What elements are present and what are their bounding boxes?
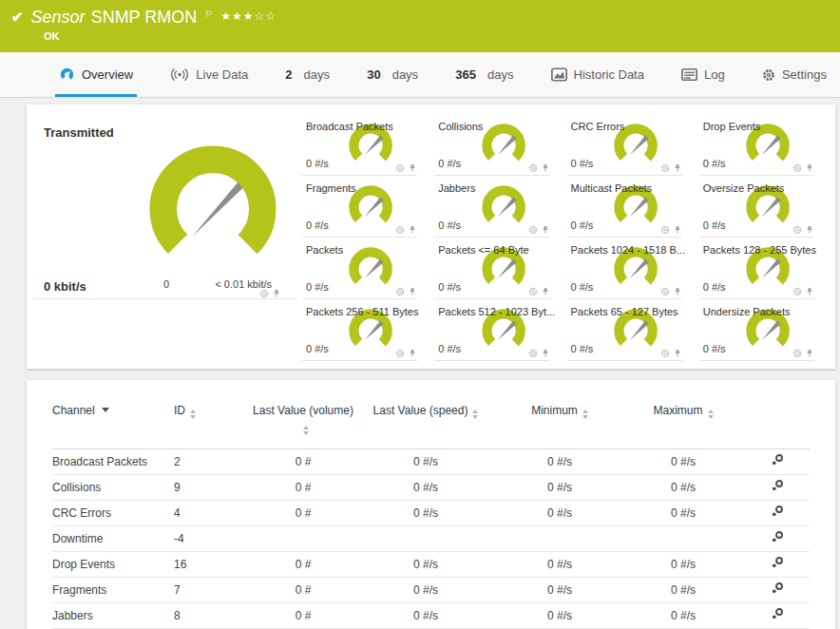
tab-overview-label: Overview (82, 67, 133, 82)
tab-overview[interactable]: Overview (55, 52, 137, 97)
gauge-pin-icon[interactable] (541, 349, 550, 358)
table-row-jabbers: Jabbers 8 0 # 0 #/s 0 #/s 0 #/s (52, 602, 810, 628)
gauge-pin-icon[interactable] (408, 287, 417, 296)
gauge-gear-icon[interactable] (528, 287, 538, 296)
channel-settings-icon[interactable] (771, 479, 784, 492)
tab-live-data[interactable]: Live Data (166, 52, 252, 97)
channel-settings-icon[interactable] (771, 530, 784, 543)
gauge-pin-icon[interactable] (673, 287, 682, 296)
gauge-pin-icon[interactable] (673, 163, 682, 173)
gauge-cell-crc-errors[interactable]: CRC Errors 0 #/s (567, 114, 682, 176)
gauge-value: 0 #/s (703, 219, 726, 231)
gauge-pin-icon[interactable] (805, 349, 814, 358)
tab-365-days[interactable]: 365 days (451, 52, 517, 97)
gauge-gear-icon[interactable] (792, 349, 802, 358)
cell-volume (252, 525, 354, 551)
gauge-gear-icon[interactable] (528, 163, 538, 173)
gauge-cell-collisions[interactable]: Collisions 0 #/s (434, 114, 549, 176)
gauge-cell-packets-1024-1518[interactable]: Packets 1024 - 1518 B... 0 #/s (567, 238, 682, 299)
channel-settings-icon[interactable] (771, 556, 784, 569)
table-row-drop-events: Drop Events 16 0 # 0 #/s 0 #/s 0 #/s (52, 551, 810, 577)
flag-icon[interactable]: ⚐ (204, 9, 213, 20)
tab-2-days-unit: days (304, 67, 330, 82)
priority-stars[interactable]: ★★★☆☆ (220, 10, 277, 23)
tab-2-days[interactable]: 2 days (281, 52, 334, 97)
col-header-id[interactable]: ID (174, 403, 252, 448)
gauge-pin-icon[interactable] (408, 349, 417, 358)
gauge-gear-icon[interactable] (528, 225, 538, 235)
gauge-title: Packets 256 - 511 Bytes (306, 306, 418, 317)
empty-cell (27, 299, 296, 361)
gauge-cell-packets-512-1023[interactable]: Packets 512 - 1023 Byt... 0 #/s (434, 299, 549, 361)
channel-settings-icon[interactable] (771, 607, 784, 620)
gauge-cell-packets-128-255[interactable]: Packets 128 - 255 Bytes 0 #/s (699, 238, 814, 299)
gauge-pin-icon[interactable] (272, 289, 281, 298)
gauge-gear-icon[interactable] (395, 225, 405, 235)
cell-minimum: 0 #/s (497, 500, 622, 525)
gauge-cell-multicast-packets[interactable]: Multicast Packets 0 #/s (567, 176, 682, 238)
cell-maximum: 0 #/s (622, 551, 744, 577)
col-header-maximum[interactable]: Maximum (622, 403, 744, 448)
channel-settings-icon[interactable] (771, 581, 784, 595)
sensor-title-row: ✔ Sensor SNMP RMON ⚐ ★★★☆☆ (0, 0, 840, 27)
gauge-value: 0 #/s (571, 219, 594, 231)
gauge-pin-icon[interactable] (805, 225, 814, 235)
cell-speed: 0 #/s (354, 500, 497, 525)
gauge-gear-icon[interactable] (792, 163, 802, 173)
gauge-gear-icon[interactable] (259, 289, 269, 298)
gauge-icon (59, 67, 75, 82)
gauge-cell-packets[interactable]: Packets 0 #/s (302, 238, 417, 299)
gauge-gear-icon[interactable] (660, 349, 670, 358)
gauge-cell-broadcast-packets[interactable]: Broadcast Packets 0 #/s (302, 114, 417, 176)
gauge-gear-icon[interactable] (660, 225, 670, 235)
gauge-pin-icon[interactable] (673, 349, 682, 358)
gauge-pin-icon[interactable] (541, 163, 550, 173)
gauge-pin-icon[interactable] (541, 287, 550, 296)
tab-settings-label: Settings (782, 67, 827, 82)
cell-id: 4 (174, 500, 252, 525)
col-header-channel[interactable]: Channel (52, 403, 174, 448)
gauge-pin-icon[interactable] (408, 163, 417, 173)
gauge-cell-drop-events[interactable]: Drop Events 0 #/s (699, 114, 814, 176)
col-header-volume[interactable]: Last Value (volume) (252, 403, 354, 448)
cell-maximum: 0 #/s (622, 577, 744, 602)
gauge-gear-icon[interactable] (660, 163, 670, 173)
gauge-value: 0 #/s (438, 281, 461, 293)
gauge-gear-icon[interactable] (395, 163, 405, 173)
tab-log[interactable]: Log (678, 52, 729, 97)
gauge-cell-oversize-packets[interactable]: Oversize Packets 0 #/s (699, 176, 814, 238)
gauge-gear-icon[interactable] (792, 225, 802, 235)
gauge-cell-undersize-packets[interactable]: Undersize Packets 0 #/s (699, 299, 814, 361)
tab-historic-data[interactable]: Historic Data (547, 52, 648, 97)
main-gauge-min-label: 0 (163, 278, 169, 290)
gauge-pin-icon[interactable] (673, 225, 682, 235)
gauge-gear-icon[interactable] (395, 287, 405, 296)
gauge-cell-packets-256-511[interactable]: Packets 256 - 511 Bytes 0 #/s (302, 299, 417, 361)
tab-30-days-unit: days (392, 67, 418, 82)
col-header-speed[interactable]: Last Value (speed) (354, 403, 497, 448)
tab-30-days[interactable]: 30 days (363, 52, 422, 97)
gauge-pin-icon[interactable] (805, 287, 814, 296)
gauge-cell-jabbers[interactable]: Jabbers 0 #/s (434, 176, 549, 238)
gauge-gear-icon[interactable] (660, 287, 670, 296)
gauge-cell-packets-64[interactable]: Packets <= 64 Byte 0 #/s (434, 238, 549, 299)
gauge-pin-icon[interactable] (805, 163, 814, 173)
main-gauge-cell-transmitted[interactable]: Transmitted 0 kbit/s 0 < 0.01 kbit/s (34, 114, 296, 299)
gauge-value: 0 #/s (703, 281, 726, 293)
gauge-cell-packets-65-127[interactable]: Packets 65 - 127 Bytes 0 #/s (567, 299, 682, 361)
col-header-id-label: ID (174, 404, 185, 417)
gauge-pin-icon[interactable] (541, 225, 550, 235)
gauge-gear-icon[interactable] (395, 349, 405, 358)
gauge-gear-icon[interactable] (528, 349, 538, 358)
gear-icon (762, 68, 775, 82)
gauge-gear-icon[interactable] (792, 287, 802, 296)
gauge-value: 0 #/s (703, 158, 726, 169)
cell-maximum: 0 #/s (622, 448, 744, 474)
tab-settings[interactable]: Settings (758, 52, 830, 97)
gauge-title: Packets 512 - 1023 Byt... (438, 306, 555, 317)
gauge-pin-icon[interactable] (408, 225, 417, 235)
channel-settings-icon[interactable] (771, 453, 784, 467)
gauge-cell-fragments[interactable]: Fragments 0 #/s (302, 176, 417, 238)
channel-settings-icon[interactable] (771, 505, 784, 518)
col-header-minimum[interactable]: Minimum (497, 403, 622, 448)
